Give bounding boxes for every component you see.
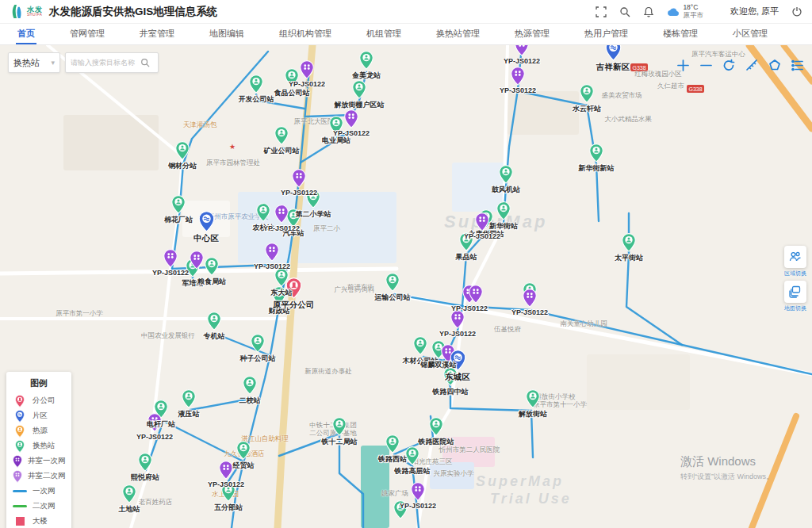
region-switch-button[interactable]: 区域切换	[783, 246, 808, 277]
nav-item-井室管理[interactable]: 井室管理	[138, 24, 176, 44]
nav-item-热源管理[interactable]: 热源管理	[513, 24, 551, 44]
measure-area-icon[interactable]	[768, 58, 781, 71]
map-pin-exchange-station[interactable]	[413, 336, 427, 358]
map-pin-exchange-station[interactable]	[496, 201, 511, 224]
nav-item-小区管理[interactable]: 小区管理	[731, 24, 769, 44]
nav-item-楼栋管理[interactable]: 楼栋管理	[661, 24, 699, 44]
search-input[interactable]	[71, 59, 140, 67]
map-pin-exchange-station[interactable]	[385, 434, 400, 457]
map-canvas[interactable]: G338G338★ 换热站 ▾ 区域切换地图切换 图例 分公司片区热源换热站井室…	[0, 45, 812, 528]
map-pin-exchange-station[interactable]	[405, 446, 419, 469]
map-pin-well[interactable]	[292, 169, 306, 191]
map-place-label: 原平二小	[313, 224, 340, 234]
nav-item-首页[interactable]: 首页	[16, 24, 36, 44]
map-pin-exchange-station[interactable]	[589, 143, 603, 166]
fullscreen-icon[interactable]	[596, 6, 607, 17]
logout-icon[interactable]	[791, 6, 802, 17]
map-pin-exchange-station[interactable]	[352, 80, 366, 102]
map-vendor-watermark: SuperMap	[476, 473, 564, 490]
map-pin-well[interactable]	[411, 482, 425, 504]
map-pin-exchange-station[interactable]	[332, 417, 347, 439]
map-pin-exchange-station[interactable]	[429, 417, 443, 439]
search-icon[interactable]	[619, 6, 630, 17]
map-pin-well[interactable]	[163, 249, 178, 271]
map-pin-exchange-station[interactable]	[580, 84, 594, 106]
legend-item-井室一次网: 井室一次网	[13, 453, 65, 469]
nav-item-组织机构管理[interactable]: 组织机构管理	[278, 24, 333, 44]
map-pin-exchange-station[interactable]	[251, 334, 265, 356]
map-pin-label: YP-JS0122	[500, 86, 536, 94]
map-pin-label: YP-JS0122	[289, 80, 325, 88]
legend-label: 片区	[33, 411, 48, 421]
zoom-out-icon[interactable]	[699, 58, 712, 71]
map-place-label: 新原街道办事处	[304, 367, 352, 377]
map-place-label: 姚家广场	[381, 489, 408, 499]
map-place-label: 红梅玫瑰园小区	[634, 70, 682, 79]
nav-item-热用户管理[interactable]: 热用户管理	[583, 24, 630, 44]
map-pin-label: 铁路四中站	[433, 387, 469, 397]
search-category-select[interactable]: 换热站 ▾	[8, 52, 60, 73]
map-pin-exchange-station[interactable]	[243, 376, 257, 398]
map-pin-well[interactable]	[450, 310, 465, 332]
map-pin-exchange-station[interactable]	[138, 453, 152, 475]
legend-label: 大楼	[33, 516, 48, 526]
map-pin-label: 原平分公司	[273, 300, 315, 311]
map-pin-label: 食品公司站	[274, 88, 310, 98]
nav-item-地图编辑[interactable]: 地图编辑	[208, 24, 246, 44]
measure-distance-icon[interactable]	[745, 58, 758, 71]
map-pin-exchange-station[interactable]	[359, 51, 373, 73]
map-place-label: 南关童心幼儿园	[560, 319, 607, 329]
map-pin-well[interactable]	[265, 243, 279, 265]
map-pin-label: YP-JS0122	[464, 232, 500, 240]
map-pin-well[interactable]	[469, 285, 483, 307]
map-pin-exchange-station[interactable]	[175, 141, 190, 163]
map-pin-well[interactable]	[300, 60, 314, 82]
search-submit-icon[interactable]	[140, 58, 150, 67]
nav-item-管网管理[interactable]: 管网管理	[68, 24, 106, 44]
logo-text: 水发 SHUIFA	[27, 6, 43, 17]
welcome-text: 欢迎您, 原平	[730, 6, 779, 17]
bell-icon[interactable]	[643, 6, 654, 17]
map-pin-exchange-station[interactable]	[274, 126, 289, 148]
map-pin-exchange-station[interactable]	[499, 165, 513, 187]
map-pin-exchange-station[interactable]	[249, 75, 263, 97]
map-pin-exchange-station[interactable]	[256, 203, 270, 225]
legend-swatch	[13, 470, 22, 483]
map-pin-exchange-station[interactable]	[205, 257, 219, 279]
side-tool-label: 区域切换	[784, 270, 806, 277]
zoom-in-icon[interactable]	[676, 58, 689, 71]
map-pin-exchange-station[interactable]	[182, 389, 196, 411]
map-pin-well[interactable]	[274, 205, 289, 227]
layer-list-icon[interactable]	[791, 58, 804, 71]
map-place-label: 久仁超市	[657, 82, 684, 91]
map-switch-button[interactable]: 地图切换	[783, 281, 808, 312]
map-pin-label: 铁路医院站	[419, 437, 454, 447]
map-pin-label: 土地站	[119, 504, 140, 515]
map-pin-well[interactable]	[511, 67, 525, 89]
map-pin-well[interactable]	[190, 251, 204, 273]
map-pin-label: 电杆厂站	[147, 419, 175, 430]
map-pin-label: 五分部站	[214, 503, 243, 513]
people-icon	[789, 251, 802, 263]
activate-windows-watermark: 激活 Windows 转到“设置”以激活 Windows。	[680, 454, 773, 482]
reset-icon[interactable]	[722, 58, 735, 71]
legend-swatch	[13, 517, 27, 526]
legend-label: 换热站	[33, 441, 56, 451]
map-pin-well[interactable]	[219, 461, 233, 483]
map-pin-exchange-station[interactable]	[236, 441, 251, 463]
map-pin-label: 专机站	[204, 331, 225, 342]
map-pin-well[interactable]	[344, 109, 358, 132]
map-pin-exchange-station[interactable]	[122, 484, 136, 507]
map-pin-exchange-station[interactable]	[622, 233, 636, 255]
map-pin-exchange-station[interactable]	[385, 273, 400, 295]
map-pin-district[interactable]	[198, 211, 215, 235]
map-pin-well[interactable]	[523, 289, 537, 311]
legend-label: 热源	[33, 426, 48, 436]
map-pin-exchange-station[interactable]	[207, 312, 221, 334]
nav-item-换热站管理[interactable]: 换热站管理	[435, 24, 481, 44]
legend-swatch	[13, 410, 27, 423]
map-pin-exchange-station[interactable]	[526, 389, 540, 411]
map-pin-exchange-station[interactable]	[171, 195, 186, 217]
nav-item-机组管理[interactable]: 机组管理	[365, 24, 403, 44]
search-box	[65, 52, 159, 73]
